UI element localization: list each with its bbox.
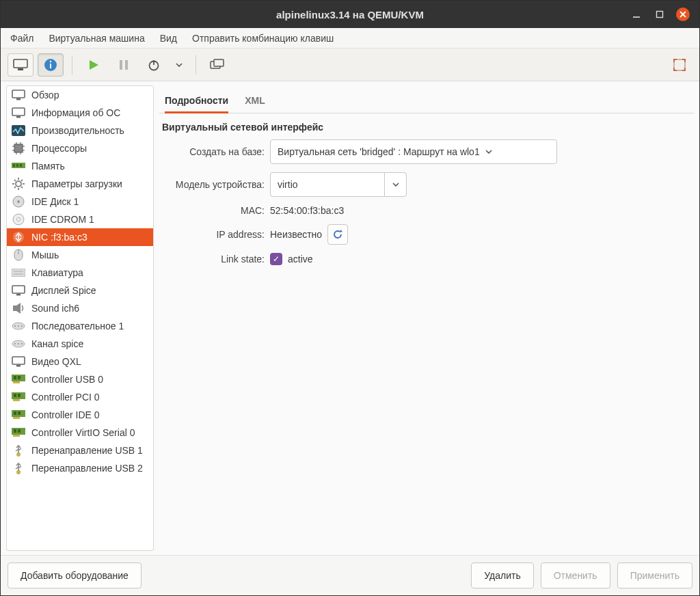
sidebar-item-label: Информация об ОС (31, 107, 120, 118)
sidebar-item-label: IDE Диск 1 (31, 196, 79, 207)
pause-icon (118, 59, 129, 70)
sidebar-item[interactable]: Controller PCI 0 (7, 388, 153, 406)
mouse-icon (11, 249, 26, 261)
snapshots-icon (210, 59, 225, 71)
tabs: Подробности XML (159, 85, 694, 113)
sidebar-item[interactable]: Параметры загрузки (7, 175, 153, 193)
remove-button[interactable]: Удалить (471, 563, 533, 588)
device-model-combo[interactable]: virtio (270, 172, 407, 197)
add-hardware-button[interactable]: Добавить оборудование (8, 563, 142, 588)
svg-marker-57 (16, 303, 21, 314)
sidebar-item[interactable]: Controller VirtIO Serial 0 (7, 424, 153, 442)
svg-rect-7 (50, 64, 51, 68)
sidebar-item[interactable]: Дисплей Spice (7, 282, 153, 299)
sidebar-item-label: Видео QXL (31, 356, 81, 367)
chevron-down-icon[interactable] (384, 173, 406, 196)
separator (72, 55, 72, 74)
perf-icon (11, 124, 26, 137)
svg-rect-51 (12, 269, 25, 277)
svg-point-47 (17, 218, 21, 221)
serial-icon (11, 338, 26, 350)
shutdown-menu-button[interactable] (171, 53, 187, 77)
sidebar-item[interactable]: Перенаправление USB 2 (7, 459, 153, 477)
svg-rect-77 (13, 417, 20, 419)
apply-button[interactable]: Применить (617, 563, 692, 588)
tab-xml[interactable]: XML (245, 90, 265, 113)
svg-rect-66 (12, 357, 25, 364)
svg-point-45 (17, 200, 20, 203)
pause-button[interactable] (111, 53, 137, 77)
svg-rect-69 (13, 381, 20, 383)
close-button[interactable] (676, 8, 690, 21)
sidebar-item[interactable]: Обзор (7, 86, 153, 104)
link-state-checkbox[interactable]: ✓ (270, 253, 282, 265)
console-view-button[interactable] (8, 53, 33, 77)
svg-rect-20 (16, 116, 21, 118)
sidebar-item-label: Параметры загрузки (31, 178, 122, 189)
refresh-ip-button[interactable] (327, 224, 348, 245)
svg-line-40 (14, 180, 16, 181)
svg-point-59 (14, 325, 16, 327)
sidebar-item[interactable]: Память (7, 157, 153, 175)
sidebar-item[interactable]: Клавиатура (7, 264, 153, 282)
net-source-label: Создать на базе: (162, 146, 265, 157)
run-button[interactable] (81, 53, 107, 77)
usb-icon (11, 462, 26, 474)
link-state-value: active (288, 254, 313, 265)
sidebar-item[interactable]: IDE CDROM 1 (7, 211, 153, 228)
menu-vm[interactable]: Виртуальная машина (49, 33, 144, 44)
svg-point-60 (18, 325, 19, 327)
sidebar-item-label: Sound ich6 (31, 303, 79, 314)
svg-rect-74 (14, 394, 16, 397)
sidebar-item[interactable]: Мышь (7, 246, 153, 264)
sidebar-item[interactable]: IDE Диск 1 (7, 193, 153, 211)
fullscreen-button[interactable] (667, 53, 692, 77)
sidebar-item[interactable]: Процессоры (7, 139, 153, 157)
sidebar-item[interactable]: Информация об ОС (7, 104, 153, 122)
disk-icon (11, 195, 26, 208)
menu-sendkey[interactable]: Отправить комбинацию клавиш (192, 33, 334, 44)
toolbar (1, 49, 699, 81)
svg-point-61 (21, 325, 23, 327)
details-view-button[interactable] (38, 53, 64, 77)
svg-rect-71 (18, 376, 21, 379)
snapshots-button[interactable] (204, 53, 230, 77)
sidebar-item-label: Перенаправление USB 2 (31, 463, 143, 474)
window-title: alpinelinux3.14 на QEMU/KVM (1, 9, 699, 21)
svg-line-43 (14, 187, 16, 188)
svg-rect-55 (16, 294, 21, 295)
sidebar-item-label: Controller USB 0 (31, 374, 103, 385)
sidebar-item[interactable]: Последовательное 1 (7, 317, 153, 335)
net-source-combo[interactable]: Виртуальная сеть 'bridged' : Маршрут на … (270, 139, 557, 164)
serial-icon (11, 320, 26, 332)
sidebar-item[interactable]: Controller IDE 0 (7, 406, 153, 424)
svg-rect-5 (18, 68, 23, 70)
sidebar-item[interactable]: Sound ich6 (7, 299, 153, 317)
info-icon (44, 58, 57, 72)
tab-details[interactable]: Подробности (165, 90, 228, 113)
svg-rect-4 (14, 59, 27, 68)
cancel-button[interactable]: Отменить (541, 563, 610, 588)
nic-icon (11, 231, 26, 243)
sidebar-item-label: NIC :f3:ba:c3 (31, 232, 88, 243)
pci-icon (11, 409, 26, 421)
sidebar-item[interactable]: Controller USB 0 (7, 370, 153, 388)
shutdown-button[interactable] (141, 53, 167, 77)
sidebar-item[interactable]: Производительность (7, 122, 153, 139)
maximize-button[interactable] (653, 8, 667, 21)
svg-rect-34 (20, 164, 22, 167)
sidebar-item[interactable]: NIC :f3:ba:c3 (7, 228, 153, 246)
menu-view[interactable]: Вид (160, 33, 177, 44)
sidebar-item-label: Перенаправление USB 1 (31, 445, 143, 456)
sidebar-item[interactable]: Канал spice (7, 335, 153, 353)
svg-rect-1 (657, 12, 663, 18)
sidebar-item[interactable]: Видео QXL (7, 353, 153, 370)
link-state-label: Link state: (162, 254, 265, 265)
menu-file[interactable]: Файл (10, 33, 33, 44)
svg-rect-70 (14, 376, 16, 379)
minimize-button[interactable] (630, 8, 643, 21)
sidebar-item[interactable]: Перенаправление USB 1 (7, 442, 153, 459)
svg-marker-92 (340, 230, 342, 232)
hardware-sidebar[interactable]: ОбзорИнформация об ОСПроизводительностьП… (6, 85, 154, 551)
svg-rect-18 (16, 98, 21, 100)
